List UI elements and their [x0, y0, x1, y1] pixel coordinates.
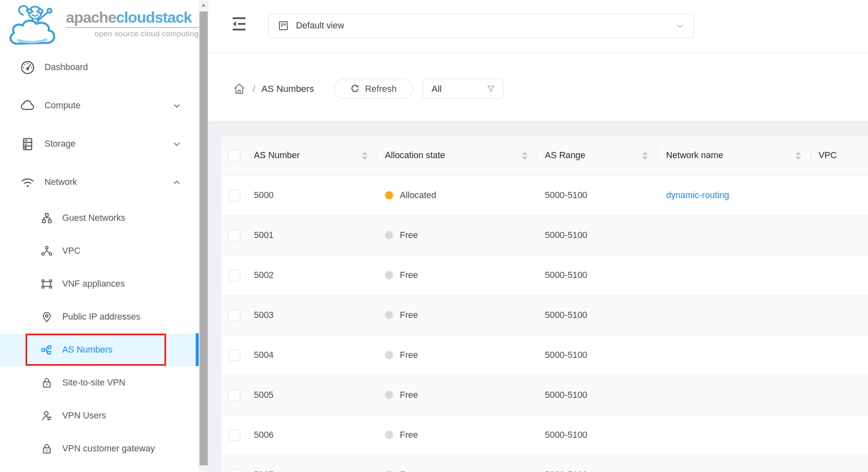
scroll-up-arrow-icon[interactable]: ▲: [199, 2, 209, 8]
chevron-up-icon: [171, 177, 182, 188]
allocation-state-cell: Free: [378, 215, 537, 255]
column-header-allocation-state[interactable]: Allocation state: [378, 136, 537, 175]
brand-wordmark: apachecloudstack open source cloud compu…: [66, 9, 199, 38]
as-range-cell: 5000-5100: [537, 295, 658, 335]
table-row: 5002 Free 5000-5100: [221, 255, 868, 295]
network-name-cell: [658, 295, 811, 335]
refresh-button[interactable]: Refresh: [334, 79, 413, 99]
chevron-down-icon: [676, 21, 685, 30]
row-checkbox[interactable]: [228, 429, 240, 441]
table-row: 5005 Free 5000-5100: [221, 375, 868, 415]
sort-carets-icon[interactable]: [642, 152, 648, 160]
table-card: AS Number Allocation state AS Range Netw…: [221, 136, 868, 472]
as-number-cell: 5005: [247, 375, 378, 415]
row-checkbox[interactable]: [228, 269, 240, 281]
sidebar-item-compute[interactable]: Compute: [0, 86, 199, 125]
location-pin-icon: [40, 311, 53, 323]
database-icon: [20, 136, 35, 152]
scrollbar-thumb[interactable]: [199, 12, 208, 465]
chevron-down-icon: [171, 139, 182, 150]
allocation-state-cell: Free: [378, 455, 537, 472]
sort-carets-icon[interactable]: [795, 152, 801, 160]
sidebar-item-dashboard[interactable]: Dashboard: [0, 48, 199, 86]
sidebar-menu: Dashboard Compute Storage Network Guest …: [0, 48, 199, 465]
network-name-cell: [658, 335, 811, 375]
as-range-cell: 5000-5100: [537, 335, 658, 375]
vpc-cell: [811, 415, 868, 455]
cluster-icon: [40, 343, 53, 356]
home-icon[interactable]: [232, 82, 246, 96]
as-range-cell: 5000-5100: [537, 175, 658, 215]
sidebar-scrollbar[interactable]: ▲: [199, 0, 209, 472]
table-row: 5003 Free 5000-5100: [221, 295, 868, 335]
sidebar: apachecloudstack open source cloud compu…: [0, 0, 209, 472]
reload-icon: [350, 84, 360, 94]
allocation-state-cell: Free: [378, 415, 537, 455]
top-bar: Default view: [209, 0, 868, 53]
sidebar-item-storage[interactable]: Storage: [0, 125, 199, 163]
sidebar-item-public-ip-addresses[interactable]: Public IP addresses: [0, 300, 199, 333]
filter-selector-value: All: [432, 84, 441, 94]
main-area: Default view / AS Numbers: [209, 0, 868, 472]
deployment-icon: [40, 245, 53, 257]
sidebar-item-vpc[interactable]: VPC: [0, 234, 199, 267]
network-name-cell: [658, 415, 811, 455]
menu-fold-icon[interactable]: [230, 15, 248, 33]
row-checkbox[interactable]: [228, 389, 240, 401]
vpc-cell: [811, 255, 868, 295]
user-switch-icon: [40, 409, 53, 422]
sidebar-item-vpn-users[interactable]: VPN Users: [0, 399, 199, 432]
monkey-cloud-logo-icon: [6, 2, 63, 46]
cloud-icon: [20, 98, 35, 114]
row-checkbox[interactable]: [228, 309, 240, 321]
column-header-as-range[interactable]: AS Range: [537, 136, 658, 175]
filter-funnel-icon: [486, 84, 496, 94]
row-checkbox[interactable]: [228, 229, 240, 241]
sort-carets-icon[interactable]: [522, 152, 528, 160]
network-name-cell: [658, 455, 811, 472]
view-selector[interactable]: Default view: [268, 14, 694, 38]
network-name-cell: [658, 255, 811, 295]
allocation-state-cell: Free: [378, 295, 537, 335]
column-header-as-number[interactable]: AS Number: [247, 136, 378, 175]
table-header-row: AS Number Allocation state AS Range Netw…: [221, 136, 868, 175]
sidebar-item-guest-networks[interactable]: Guest Networks: [0, 201, 199, 234]
as-number-cell: 5006: [247, 415, 378, 455]
dashboard-icon: [20, 60, 35, 75]
as-range-cell: 5000-5100: [537, 455, 658, 472]
sort-carets-icon[interactable]: [362, 152, 368, 160]
lock-icon: [40, 442, 53, 455]
row-checkbox[interactable]: [228, 469, 240, 472]
lock-icon: [40, 376, 53, 389]
allocation-state-cell: Free: [378, 375, 537, 415]
network-link[interactable]: dynamic-routing: [666, 190, 729, 201]
as-number-cell: 5000: [247, 175, 378, 215]
sidebar-item-vnf-appliances[interactable]: VNF appliances: [0, 267, 199, 300]
vpc-cell: [811, 455, 868, 472]
project-icon: [278, 20, 289, 31]
sidebar-item-as-numbers[interactable]: AS Numbers: [0, 333, 199, 366]
brand-subtitle: open source cloud computing: [66, 29, 199, 38]
breadcrumb-page-title: AS Numbers: [261, 84, 314, 94]
status-dot: [385, 431, 393, 439]
row-checkbox[interactable]: [228, 349, 240, 361]
status-dot: [385, 191, 393, 199]
chevron-down-icon: [171, 100, 182, 111]
sitemap-icon: [40, 212, 53, 224]
sidebar-item-network[interactable]: Network: [0, 163, 199, 201]
sidebar-item-site-to-site-vpn[interactable]: Site-to-site VPN: [0, 366, 199, 399]
brand-cloudstack: cloudstack: [116, 9, 192, 26]
filter-selector[interactable]: All: [422, 79, 503, 99]
vpc-cell: [811, 335, 868, 375]
network-name-cell: dynamic-routing: [658, 175, 811, 215]
toolbar-section: / AS Numbers Refresh All: [209, 53, 868, 121]
view-selector-value: Default view: [296, 21, 344, 31]
select-all-checkbox[interactable]: [228, 150, 240, 161]
sidebar-item-vpn-customer-gateway[interactable]: VPN customer gateway: [0, 432, 199, 465]
select-all-cell: [221, 136, 247, 175]
row-checkbox[interactable]: [228, 189, 240, 201]
cloudstack-app: apachecloudstack open source cloud compu…: [0, 0, 868, 472]
status-dot: [385, 231, 393, 239]
column-header-network-name[interactable]: Network name: [658, 136, 811, 175]
network-name-cell: [658, 375, 811, 415]
